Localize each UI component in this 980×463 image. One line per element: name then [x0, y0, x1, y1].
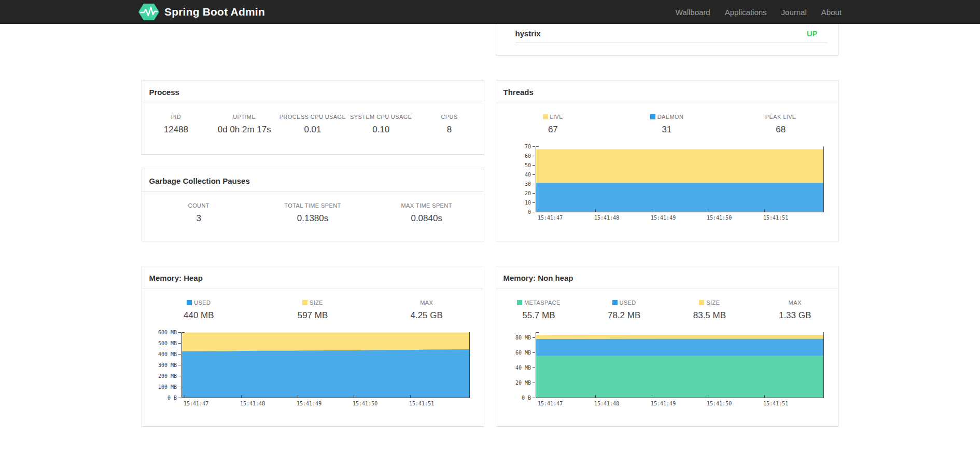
threads-card: Threads LIVE 67 DAEMON 31 PEAK LIVE 68 0…	[496, 80, 838, 241]
svg-text:15:41:47: 15:41:47	[538, 401, 563, 406]
svg-text:15:41:49: 15:41:49	[651, 215, 676, 221]
metric-uptime: UPTIME 0d 0h 2m 17s	[210, 114, 278, 135]
svg-text:0 B: 0 B	[167, 395, 176, 401]
svg-text:10: 10	[524, 200, 530, 206]
svg-text:300 MB: 300 MB	[158, 362, 176, 368]
live-legend-swatch	[543, 114, 548, 119]
metric-nonheap-used: USED 78.2 MB	[581, 299, 667, 321]
memory-nonheap-card: Memory: Non heap METASPACE 55.7 MB USED …	[496, 266, 838, 427]
heap-card-title: Memory: Heap	[142, 266, 484, 289]
gc-pauses-card: Garbage Collection Pauses COUNT 3 TOTAL …	[142, 169, 484, 241]
svg-text:80 MB: 80 MB	[515, 335, 530, 341]
svg-text:15:41:50: 15:41:50	[353, 401, 377, 406]
svg-text:15:41:48: 15:41:48	[594, 215, 619, 221]
nonheap-card-title: Memory: Non heap	[496, 266, 838, 289]
metric-gc-total-time: TOTAL TIME SPENT 0.1380s	[256, 202, 370, 224]
metric-metaspace: METASPACE 55.7 MB	[496, 299, 582, 321]
svg-text:0 B: 0 B	[521, 395, 530, 401]
svg-text:500 MB: 500 MB	[158, 341, 176, 346]
svg-text:60: 60	[524, 153, 530, 159]
svg-text:15:41:51: 15:41:51	[763, 215, 788, 221]
application-status-badge: UP	[807, 29, 818, 38]
svg-text:200 MB: 200 MB	[158, 373, 176, 379]
nav-wallboard[interactable]: Wallboard	[676, 8, 710, 17]
svg-text:15:41:49: 15:41:49	[651, 401, 676, 406]
svg-text:15:41:51: 15:41:51	[409, 401, 434, 406]
dashboard-content: hystrix UP Process PID 12488 UPTIME 0d 0…	[142, 24, 839, 463]
application-row-hystrix[interactable]: hystrix UP	[515, 24, 828, 43]
svg-text:15:41:51: 15:41:51	[763, 401, 788, 406]
metric-system-cpu-usage: SYSTEM CPU USAGE 0.10	[347, 114, 415, 135]
metric-gc-max-time: MAX TIME SPENT 0.0840s	[370, 202, 484, 224]
threads-chart: 01020304050607015:41:4715:41:4815:41:491…	[504, 143, 830, 227]
svg-text:15:41:50: 15:41:50	[707, 401, 732, 406]
svg-text:50: 50	[524, 162, 530, 168]
svg-text:20 MB: 20 MB	[515, 380, 530, 386]
app-logo-icon	[138, 3, 164, 21]
metric-heap-size: SIZE 597 MB	[256, 299, 370, 321]
process-card-title: Process	[142, 80, 484, 103]
svg-text:60 MB: 60 MB	[515, 350, 530, 356]
metric-pid: PID 12488	[142, 114, 211, 135]
metaspace-legend-swatch	[517, 300, 522, 305]
nav-about[interactable]: About	[821, 8, 842, 17]
metric-peak-live-threads: PEAK LIVE 68	[724, 114, 838, 135]
metric-gc-count: COUNT 3	[142, 202, 256, 224]
svg-text:15:41:47: 15:41:47	[184, 401, 208, 406]
memory-heap-chart: 0 B100 MB200 MB300 MB400 MB500 MB600 MB1…	[150, 329, 476, 413]
svg-text:15:41:50: 15:41:50	[707, 215, 732, 221]
metric-nonheap-max: MAX 1.33 GB	[752, 299, 838, 321]
svg-text:70: 70	[524, 144, 530, 149]
svg-text:600 MB: 600 MB	[158, 330, 176, 335]
brand[interactable]: Spring Boot Admin	[138, 3, 265, 21]
svg-text:15:41:48: 15:41:48	[594, 401, 619, 406]
svg-text:0: 0	[527, 209, 530, 215]
svg-text:40 MB: 40 MB	[515, 365, 530, 371]
metric-process-cpu-usage: PROCESS CPU USAGE 0.01	[278, 114, 347, 135]
metric-cpus: CPUS 8	[415, 114, 484, 135]
memory-heap-card: Memory: Heap USED 440 MB SIZE 597 MB MAX…	[142, 266, 484, 427]
svg-text:15:41:48: 15:41:48	[240, 401, 265, 406]
metric-heap-used: USED 440 MB	[142, 299, 256, 321]
svg-text:15:41:47: 15:41:47	[538, 215, 563, 221]
app-title: Spring Boot Admin	[164, 6, 265, 18]
threads-card-title: Threads	[496, 80, 838, 103]
metric-live-threads: LIVE 67	[496, 114, 610, 135]
main-nav: Wallboard Applications Journal About	[661, 8, 842, 17]
application-name: hystrix	[515, 29, 541, 38]
nonheap-size-legend-swatch	[699, 300, 704, 305]
application-status-card: hystrix UP	[496, 24, 838, 56]
gc-card-title: Garbage Collection Pauses	[142, 169, 484, 192]
nonheap-used-legend-swatch	[612, 300, 618, 305]
metric-heap-max: MAX 4.25 GB	[370, 299, 484, 321]
svg-text:100 MB: 100 MB	[158, 384, 176, 390]
svg-text:15:41:49: 15:41:49	[297, 401, 321, 406]
nav-applications[interactable]: Applications	[725, 8, 767, 17]
heap-used-legend-swatch	[187, 300, 192, 305]
process-card: Process PID 12488 UPTIME 0d 0h 2m 17s PR…	[142, 80, 484, 155]
metric-daemon-threads: DAEMON 31	[610, 114, 724, 135]
svg-text:20: 20	[524, 190, 530, 196]
nav-journal[interactable]: Journal	[781, 8, 807, 17]
svg-text:40: 40	[524, 172, 530, 178]
app-header: Spring Boot Admin Wallboard Applications…	[0, 0, 980, 24]
svg-text:400 MB: 400 MB	[158, 351, 176, 357]
heap-size-legend-swatch	[302, 300, 307, 305]
svg-text:30: 30	[524, 181, 530, 187]
metric-nonheap-size: SIZE 83.5 MB	[667, 299, 752, 321]
memory-nonheap-chart: 0 B20 MB40 MB60 MB80 MB15:41:4715:41:481…	[504, 329, 830, 413]
daemon-legend-swatch	[650, 114, 655, 119]
